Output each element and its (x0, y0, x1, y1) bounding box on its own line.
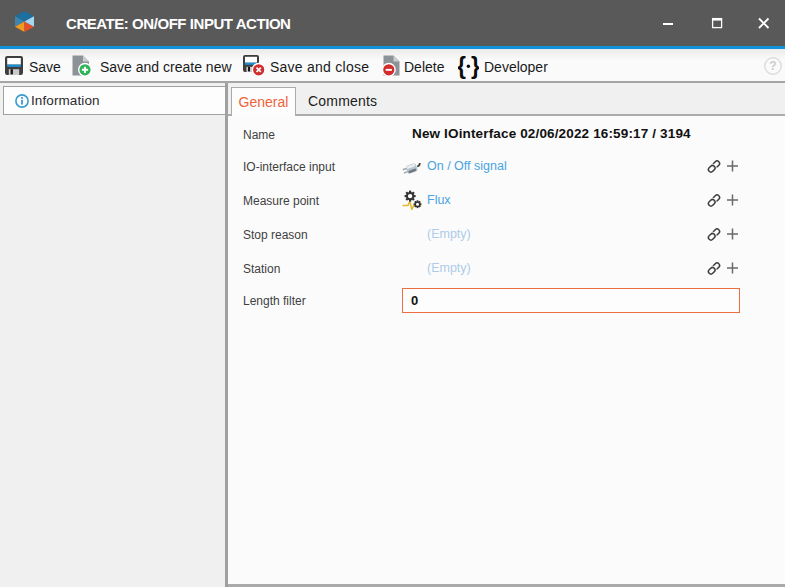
svg-text:}: } (471, 53, 479, 79)
svg-text:{: { (458, 53, 466, 79)
svg-text:?: ? (769, 59, 776, 73)
